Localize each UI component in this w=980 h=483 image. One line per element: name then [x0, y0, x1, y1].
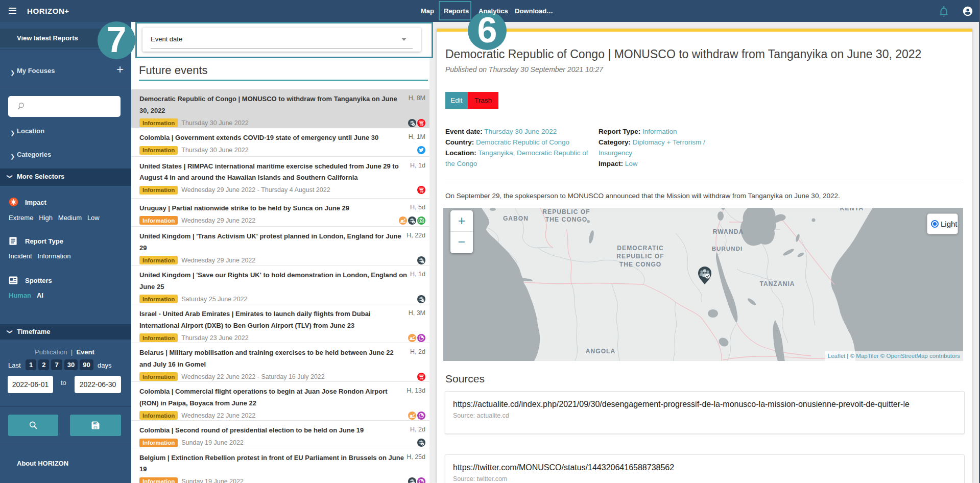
svg-text:RWANDA: RWANDA: [713, 228, 744, 235]
svg-text:GABON: GABON: [503, 215, 529, 222]
svg-text:REPUBLIC OF: REPUBLIC OF: [616, 253, 664, 260]
svg-text:THE CONGO: THE CONGO: [619, 261, 662, 268]
svg-text:TANZANIA: TANZANIA: [759, 280, 795, 287]
svg-text:REPUBLIC OF: REPUBLIC OF: [542, 208, 590, 215]
svg-text:DEMOCRATIC: DEMOCRATIC: [617, 245, 663, 252]
svg-text:BURUNDI: BURUNDI: [712, 246, 743, 252]
svg-text:KENYA: KENYA: [840, 208, 864, 212]
svg-text:ANGOLA: ANGOLA: [586, 348, 616, 355]
svg-text:THE CONGO: THE CONGO: [545, 216, 588, 223]
